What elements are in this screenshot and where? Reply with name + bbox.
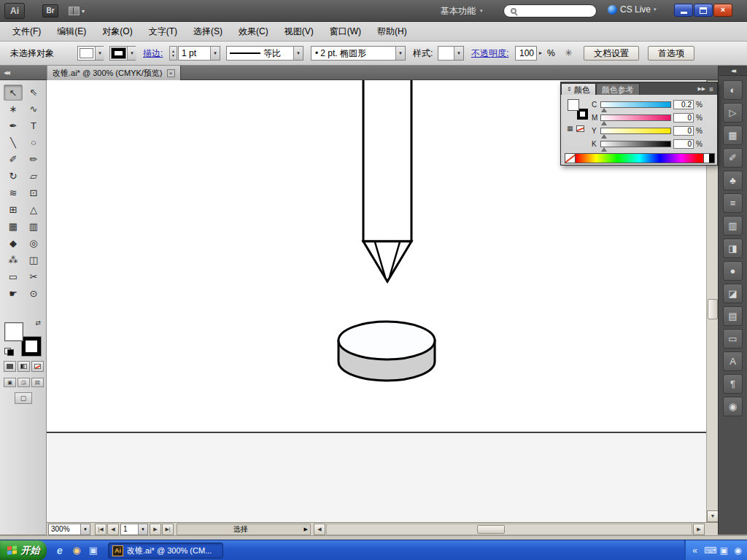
- panel-fill-swatch[interactable]: [568, 99, 579, 111]
- paintbrush-tool[interactable]: ✐: [4, 152, 23, 168]
- fill-color-dropdown[interactable]: ▼: [77, 46, 104, 61]
- stroke-panel-icon[interactable]: ≡: [723, 193, 743, 213]
- screen-mode-button[interactable]: ▢: [15, 392, 32, 404]
- menu-window[interactable]: 窗口(W): [322, 22, 369, 42]
- draw-behind-mode-button[interactable]: ◲: [18, 378, 30, 387]
- scroll-left-icon[interactable]: ◀: [314, 524, 325, 535]
- menu-object[interactable]: 对象(O): [94, 22, 140, 42]
- color-panel-icon[interactable]: ◐: [723, 80, 743, 100]
- spectrum-bw-swatches[interactable]: [704, 153, 715, 163]
- transparency-panel-icon[interactable]: ◨: [723, 238, 743, 258]
- selection-tool[interactable]: ↖: [4, 85, 23, 101]
- workspace-switcher-button[interactable]: 基本功能 ▾: [435, 4, 489, 18]
- pencil-tool[interactable]: ✏: [24, 152, 43, 168]
- last-artboard-button[interactable]: ▶|: [162, 524, 174, 535]
- gradient-panel-icon[interactable]: ▥: [723, 216, 743, 236]
- artboard-number-dropdown[interactable]: 1 ▼: [120, 524, 148, 535]
- channel-value-input[interactable]: 0: [673, 139, 694, 149]
- tray-display-icon[interactable]: ▣: [719, 540, 729, 560]
- menu-effect[interactable]: 效果(C): [231, 22, 276, 42]
- dock-expand-icon[interactable]: ◀◀: [719, 66, 747, 76]
- channel-slider[interactable]: [600, 141, 671, 147]
- type-tool[interactable]: T: [24, 118, 43, 134]
- menu-select[interactable]: 选择(S): [185, 22, 231, 42]
- channel-slider[interactable]: [600, 101, 671, 108]
- channel-slider[interactable]: [600, 114, 671, 121]
- graphic-styles-panel-icon[interactable]: ◪: [723, 284, 743, 303]
- opacity-panel-link[interactable]: 不透明度:: [471, 46, 508, 61]
- artboards-panel-icon[interactable]: ▭: [723, 329, 743, 349]
- quicklaunch-media-icon[interactable]: ◉: [71, 545, 82, 556]
- spectrum-ramp[interactable]: [576, 153, 704, 163]
- pen-tool[interactable]: ✒: [4, 118, 23, 134]
- restore-button[interactable]: [694, 4, 713, 17]
- symbols-panel-icon[interactable]: ♣: [723, 171, 743, 190]
- screwdriver-shape[interactable]: [363, 80, 411, 281]
- perspective-grid-tool[interactable]: △: [24, 202, 43, 218]
- spectrum-none-swatch[interactable]: [565, 153, 576, 163]
- collapse-panel-icon[interactable]: ◀◀: [4, 70, 9, 76]
- slice-tool[interactable]: ✂: [24, 269, 43, 285]
- gradient-button[interactable]: [18, 361, 30, 372]
- next-artboard-button[interactable]: ▶: [150, 524, 161, 535]
- fill-color-swatch[interactable]: [4, 322, 23, 341]
- gradient-tool[interactable]: ▥: [24, 219, 43, 235]
- search-input[interactable]: [503, 4, 597, 18]
- symbol-sprayer-tool[interactable]: ⁂: [4, 252, 23, 268]
- tab-close-icon[interactable]: ×: [167, 69, 175, 77]
- character-panel-icon[interactable]: A: [723, 351, 743, 371]
- direct-selection-tool[interactable]: ⇖: [24, 85, 43, 101]
- status-menu-icon[interactable]: ▶: [304, 524, 310, 535]
- horizontal-scroll-thumb[interactable]: [477, 525, 505, 534]
- eyedropper-tool[interactable]: ◆: [4, 236, 23, 252]
- first-artboard-button[interactable]: |◀: [95, 524, 107, 535]
- appearance-panel-icon[interactable]: ●: [723, 261, 743, 281]
- mesh-tool[interactable]: ▦: [4, 219, 23, 235]
- tab-color-guide[interactable]: 颜色参考: [596, 83, 640, 95]
- draw-inside-mode-button[interactable]: 回: [31, 378, 44, 387]
- tray-expand-icon[interactable]: «: [690, 540, 700, 560]
- tray-volume-icon[interactable]: ◉: [733, 540, 743, 560]
- channel-value-input[interactable]: 0: [673, 113, 694, 122]
- channel-value-input[interactable]: 0: [673, 126, 694, 136]
- stroke-color-swatch[interactable]: [22, 337, 41, 356]
- horizontal-scrollbar[interactable]: [326, 524, 692, 535]
- quicklaunch-desktop-icon[interactable]: ▣: [88, 545, 99, 556]
- zoom-tool[interactable]: ⊙: [24, 286, 43, 302]
- panel-cycle-icon[interactable]: ⇕: [567, 84, 572, 96]
- opacity-input[interactable]: 100: [515, 46, 537, 61]
- channel-value-input[interactable]: 0.2: [673, 100, 694, 109]
- info-panel-icon[interactable]: ◉: [723, 397, 743, 416]
- stroke-weight-dropdown[interactable]: 1 pt ▼: [178, 46, 220, 61]
- layers-panel-icon[interactable]: ▤: [723, 306, 743, 326]
- menu-view[interactable]: 视图(V): [276, 22, 322, 42]
- panel-fill-stroke-control[interactable]: [568, 99, 588, 120]
- slider-thumb-icon[interactable]: [601, 108, 607, 112]
- cs-live-button[interactable]: CS Live ▾: [608, 4, 657, 15]
- paragraph-panel-icon[interactable]: ¶: [723, 374, 743, 394]
- magic-wand-tool[interactable]: ∗: [4, 101, 23, 117]
- fill-stroke-control[interactable]: ⇄: [4, 321, 42, 356]
- color-guide-panel-icon[interactable]: ▷: [723, 103, 743, 122]
- blend-tool[interactable]: ◎: [24, 236, 43, 252]
- menu-help[interactable]: 帮助(H): [369, 22, 415, 42]
- tray-keyboard-icon[interactable]: ⌨: [704, 540, 715, 560]
- color-button[interactable]: [4, 361, 16, 372]
- hand-tool[interactable]: ☛: [4, 286, 23, 302]
- none-button[interactable]: [31, 361, 44, 372]
- slider-thumb-icon[interactable]: [601, 147, 607, 152]
- stroke-panel-link[interactable]: 描边:: [143, 46, 163, 61]
- zoom-dropdown[interactable]: 300% ▼: [48, 524, 90, 535]
- ellipse-tool[interactable]: ○: [24, 135, 43, 151]
- quicklaunch-ie-icon[interactable]: e: [54, 545, 66, 556]
- document-setup-button[interactable]: 文档设置: [584, 46, 639, 61]
- scale-tool[interactable]: ▱: [24, 168, 43, 184]
- free-transform-tool[interactable]: ⊡: [24, 185, 43, 201]
- scroll-right-icon[interactable]: ▶: [693, 524, 705, 535]
- draw-normal-mode-button[interactable]: ▣: [4, 378, 16, 387]
- opacity-dropdown-icon[interactable]: ▸: [539, 46, 542, 61]
- stroke-weight-stepper[interactable]: ▲ ▼: [169, 46, 177, 61]
- graphic-style-dropdown[interactable]: ▼: [438, 46, 464, 61]
- brush-definition-dropdown[interactable]: • 2 pt. 椭圆形 ▼: [311, 46, 406, 61]
- column-graph-tool[interactable]: ◫: [24, 252, 43, 268]
